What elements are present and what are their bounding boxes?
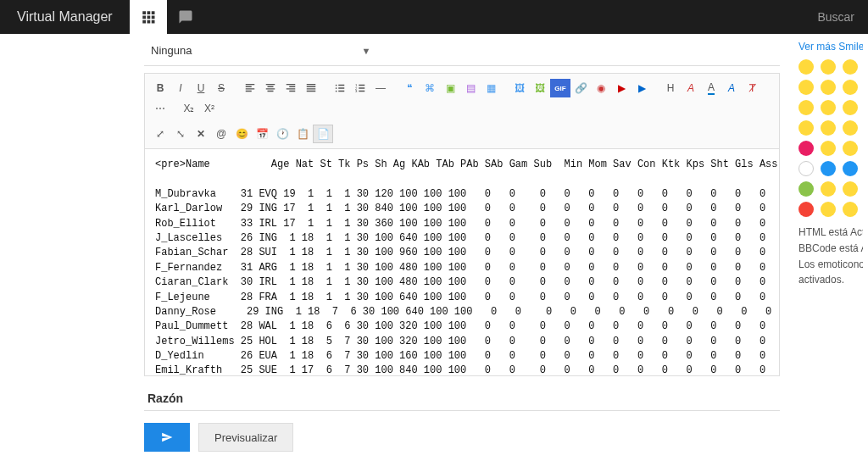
smiley-sidebar: Ver más Smileys HTML está Activa BBCode … <box>793 34 868 461</box>
collapse-button[interactable]: ⤡ <box>170 125 191 143</box>
smiley-icon[interactable] <box>843 59 858 75</box>
align-left-button[interactable] <box>240 79 260 97</box>
headers-button[interactable]: H <box>660 79 681 97</box>
send-button[interactable] <box>144 423 190 452</box>
smiley-icon[interactable] <box>821 161 836 176</box>
category-select[interactable]: Ninguna ▼ <box>144 41 780 66</box>
chat-icon[interactable] <box>167 0 204 34</box>
smiley-icon[interactable] <box>843 120 858 136</box>
smiley-icon[interactable] <box>798 181 814 197</box>
image-button[interactable]: 🖼 <box>530 79 550 97</box>
subscript-button[interactable]: X₂ <box>179 99 199 118</box>
align-justify-button[interactable] <box>301 79 321 97</box>
divider <box>144 410 780 411</box>
smiley-icon[interactable] <box>798 161 814 176</box>
link-button[interactable]: 🔗 <box>570 79 591 97</box>
svg-point-11 <box>336 91 337 92</box>
svg-rect-6 <box>142 20 146 24</box>
reason-label: Razón <box>147 392 780 405</box>
hr-button[interactable]: — <box>370 79 391 97</box>
smiley-icon[interactable] <box>843 100 858 115</box>
gif-button[interactable]: GIF <box>550 79 570 97</box>
svg-text:3: 3 <box>355 89 358 93</box>
hide-button[interactable]: ▤ <box>460 79 481 97</box>
editor-toolbar: B I U S 123 — ❝ ⌘ ▣ ▤ ▦ <box>144 73 780 149</box>
bbcode-status: BBCode está Acti <box>798 242 863 256</box>
content: Ninguna ▼ B I U S 123 — ❝ <box>144 34 793 461</box>
flash-button[interactable]: ◉ <box>591 79 611 97</box>
italic-button[interactable]: I <box>170 79 191 97</box>
emoji-button[interactable]: 😊 <box>231 125 252 143</box>
align-right-button[interactable] <box>281 79 301 97</box>
smiley-icon[interactable] <box>798 100 814 115</box>
code-button[interactable]: ⌘ <box>420 79 440 97</box>
align-center-button[interactable] <box>260 79 281 97</box>
smiley-icon[interactable] <box>798 59 814 75</box>
smiley-icon[interactable] <box>798 202 814 217</box>
host-image-button[interactable]: 🖼 <box>509 79 530 97</box>
remove-format-button[interactable]: Ⱦ <box>742 79 762 97</box>
svg-point-10 <box>336 87 337 89</box>
grid-icon[interactable] <box>130 0 167 34</box>
expand-button[interactable]: ⤢ <box>150 125 170 143</box>
strike-button[interactable]: S <box>211 79 231 97</box>
more-smileys-link[interactable]: Ver más Smileys <box>798 41 863 53</box>
smiley-icon[interactable] <box>798 80 814 95</box>
category-select-label: Ninguna <box>151 44 192 57</box>
font-button[interactable]: A <box>721 79 742 97</box>
html-status: HTML está Activa <box>798 225 863 240</box>
button-row: Previsualizar <box>144 423 780 452</box>
smiley-icon[interactable] <box>821 80 836 95</box>
search-placeholder[interactable]: Buscar <box>817 10 868 24</box>
more-button[interactable]: ⋯ <box>150 99 170 118</box>
preview-button[interactable]: Previsualizar <box>198 423 293 452</box>
smiley-icon[interactable] <box>798 120 814 136</box>
svg-rect-1 <box>147 11 150 14</box>
svg-rect-3 <box>142 16 146 19</box>
editor-textarea[interactable]: <pre>Name Age Nat St Tk Ps Sh Ag KAb TAb… <box>144 149 780 376</box>
smiley-icon[interactable] <box>843 141 858 156</box>
svg-point-9 <box>336 85 337 86</box>
emoticons-status-2: activados. <box>798 273 863 287</box>
spoiler-button[interactable]: ▣ <box>440 79 460 97</box>
mention-button[interactable]: @ <box>211 125 231 143</box>
smiley-icon[interactable] <box>843 202 858 217</box>
emoticons-status: Los emoticonos e <box>798 258 863 272</box>
smiley-icon[interactable] <box>798 141 814 156</box>
smiley-icon[interactable] <box>821 59 836 75</box>
date-button[interactable]: 📅 <box>252 125 272 143</box>
svg-rect-2 <box>151 11 154 14</box>
size-button[interactable]: A <box>681 79 701 97</box>
chevron-down-icon: ▼ <box>361 46 370 56</box>
list-unordered-button[interactable] <box>330 79 350 97</box>
smiley-icon[interactable] <box>821 120 836 136</box>
main: Ninguna ▼ B I U S 123 — ❝ <box>0 34 868 461</box>
svg-rect-7 <box>147 20 150 24</box>
table-button[interactable]: ▦ <box>481 79 501 97</box>
brand: Virtual Manager <box>0 9 130 25</box>
topbar: Virtual Manager Buscar <box>0 0 868 34</box>
svg-rect-4 <box>147 16 150 19</box>
time-button[interactable]: 🕐 <box>272 125 292 143</box>
underline-button[interactable]: U <box>191 79 211 97</box>
source-button[interactable]: 📄 <box>313 125 333 143</box>
youtube-button[interactable]: ▶ <box>611 79 632 97</box>
left-gutter <box>0 34 144 461</box>
color-button[interactable]: A <box>701 79 721 97</box>
random-button[interactable]: ✕ <box>191 125 211 143</box>
svg-rect-0 <box>142 11 146 14</box>
smiley-icon[interactable] <box>843 161 858 176</box>
quote-button[interactable]: ❝ <box>399 79 420 97</box>
svg-rect-5 <box>151 16 154 19</box>
dailymotion-button[interactable]: ▶ <box>632 79 652 97</box>
bold-button[interactable]: B <box>150 79 170 97</box>
paste-button[interactable]: 📋 <box>292 125 313 143</box>
list-ordered-button[interactable]: 123 <box>350 79 370 97</box>
smiley-icon[interactable] <box>821 202 836 217</box>
smiley-icon[interactable] <box>821 181 836 197</box>
smiley-icon[interactable] <box>821 100 836 115</box>
smiley-icon[interactable] <box>843 80 858 95</box>
smiley-icon[interactable] <box>821 141 836 156</box>
superscript-button[interactable]: X² <box>199 99 220 118</box>
smiley-icon[interactable] <box>843 181 858 197</box>
